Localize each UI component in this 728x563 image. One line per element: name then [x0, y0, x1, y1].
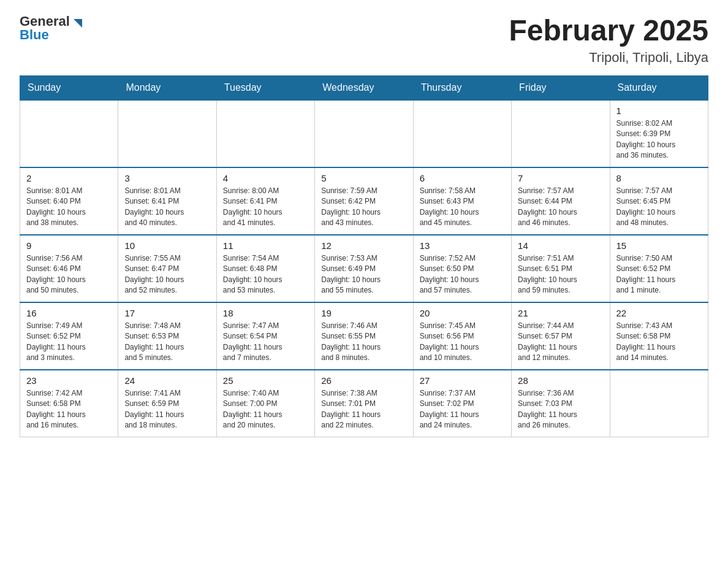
day-info: Sunrise: 7:54 AM Sunset: 6:48 PM Dayligh…: [223, 253, 308, 296]
month-title: February 2025: [509, 15, 708, 47]
day-info: Sunrise: 7:57 AM Sunset: 6:45 PM Dayligh…: [616, 186, 702, 229]
day-info: Sunrise: 8:00 AM Sunset: 6:41 PM Dayligh…: [223, 186, 308, 229]
day-number: 24: [124, 375, 210, 386]
page-header: General Blue February 2025 Tripoli, Trip…: [20, 15, 708, 66]
weekday-header-wednesday: Wednesday: [315, 75, 413, 100]
calendar-cell: 20Sunrise: 7:45 AM Sunset: 6:56 PM Dayli…: [413, 302, 511, 370]
day-info: Sunrise: 7:53 AM Sunset: 6:49 PM Dayligh…: [321, 253, 406, 296]
day-number: 25: [223, 375, 308, 386]
calendar-cell: 6Sunrise: 7:58 AM Sunset: 6:43 PM Daylig…: [413, 167, 511, 235]
day-info: Sunrise: 7:43 AM Sunset: 6:58 PM Dayligh…: [616, 321, 702, 364]
calendar-body: 1Sunrise: 8:02 AM Sunset: 6:39 PM Daylig…: [20, 100, 708, 437]
calendar-cell: 1Sunrise: 8:02 AM Sunset: 6:39 PM Daylig…: [610, 100, 708, 167]
calendar-cell: 25Sunrise: 7:40 AM Sunset: 7:00 PM Dayli…: [216, 370, 314, 437]
day-info: Sunrise: 8:01 AM Sunset: 6:41 PM Dayligh…: [124, 186, 210, 229]
calendar-week-5: 23Sunrise: 7:42 AM Sunset: 6:58 PM Dayli…: [20, 370, 708, 437]
day-info: Sunrise: 7:37 AM Sunset: 7:02 PM Dayligh…: [420, 388, 505, 431]
day-info: Sunrise: 7:49 AM Sunset: 6:52 PM Dayligh…: [26, 321, 112, 364]
calendar-cell: 9Sunrise: 7:56 AM Sunset: 6:46 PM Daylig…: [20, 235, 118, 302]
location-title: Tripoli, Tripoli, Libya: [509, 50, 708, 66]
day-info: Sunrise: 8:02 AM Sunset: 6:39 PM Dayligh…: [616, 118, 702, 161]
calendar-cell: 19Sunrise: 7:46 AM Sunset: 6:55 PM Dayli…: [315, 302, 413, 370]
day-info: Sunrise: 7:55 AM Sunset: 6:47 PM Dayligh…: [124, 253, 210, 296]
day-number: 10: [124, 240, 210, 251]
calendar-cell: [315, 100, 413, 167]
day-info: Sunrise: 7:59 AM Sunset: 6:42 PM Dayligh…: [321, 186, 406, 229]
calendar-cell: [512, 100, 610, 167]
calendar-cell: 21Sunrise: 7:44 AM Sunset: 6:57 PM Dayli…: [512, 302, 610, 370]
weekday-header-monday: Monday: [118, 75, 216, 100]
logo-blue: Blue: [20, 28, 49, 42]
day-info: Sunrise: 7:47 AM Sunset: 6:54 PM Dayligh…: [223, 321, 308, 364]
day-number: 7: [518, 173, 603, 183]
weekday-header-thursday: Thursday: [413, 75, 511, 100]
day-info: Sunrise: 7:41 AM Sunset: 6:59 PM Dayligh…: [124, 388, 210, 431]
day-number: 12: [321, 240, 406, 251]
day-info: Sunrise: 7:38 AM Sunset: 7:01 PM Dayligh…: [321, 388, 406, 431]
day-info: Sunrise: 7:50 AM Sunset: 6:52 PM Dayligh…: [616, 253, 702, 296]
day-info: Sunrise: 7:57 AM Sunset: 6:44 PM Dayligh…: [518, 186, 603, 229]
day-info: Sunrise: 7:51 AM Sunset: 6:51 PM Dayligh…: [518, 253, 603, 296]
calendar-table: SundayMondayTuesdayWednesdayThursdayFrid…: [20, 75, 708, 438]
day-number: 21: [518, 308, 603, 318]
day-number: 22: [616, 308, 702, 318]
calendar-cell: 4Sunrise: 8:00 AM Sunset: 6:41 PM Daylig…: [216, 167, 314, 235]
calendar-header-row: SundayMondayTuesdayWednesdayThursdayFrid…: [20, 75, 708, 100]
calendar-cell: 13Sunrise: 7:52 AM Sunset: 6:50 PM Dayli…: [413, 235, 511, 302]
calendar-week-1: 1Sunrise: 8:02 AM Sunset: 6:39 PM Daylig…: [20, 100, 708, 167]
day-info: Sunrise: 7:58 AM Sunset: 6:43 PM Dayligh…: [420, 186, 505, 229]
calendar-cell: 10Sunrise: 7:55 AM Sunset: 6:47 PM Dayli…: [118, 235, 216, 302]
day-number: 1: [616, 105, 702, 116]
calendar-cell: 11Sunrise: 7:54 AM Sunset: 6:48 PM Dayli…: [216, 235, 314, 302]
calendar-week-4: 16Sunrise: 7:49 AM Sunset: 6:52 PM Dayli…: [20, 302, 708, 370]
day-number: 13: [420, 240, 505, 251]
day-number: 15: [616, 240, 702, 251]
day-number: 4: [223, 173, 308, 183]
calendar-cell: [610, 370, 708, 437]
calendar-cell: 23Sunrise: 7:42 AM Sunset: 6:58 PM Dayli…: [20, 370, 118, 437]
calendar-week-2: 2Sunrise: 8:01 AM Sunset: 6:40 PM Daylig…: [20, 167, 708, 235]
day-number: 5: [321, 173, 406, 183]
day-info: Sunrise: 7:48 AM Sunset: 6:53 PM Dayligh…: [124, 321, 210, 364]
calendar-cell: 27Sunrise: 7:37 AM Sunset: 7:02 PM Dayli…: [413, 370, 511, 437]
calendar-cell: 2Sunrise: 8:01 AM Sunset: 6:40 PM Daylig…: [20, 167, 118, 235]
weekday-header-tuesday: Tuesday: [216, 75, 314, 100]
day-number: 8: [616, 173, 702, 183]
day-info: Sunrise: 7:56 AM Sunset: 6:46 PM Dayligh…: [26, 253, 112, 296]
weekday-header-saturday: Saturday: [610, 75, 708, 100]
day-number: 27: [420, 375, 505, 386]
day-number: 23: [26, 375, 112, 386]
day-number: 20: [420, 308, 505, 318]
day-number: 18: [223, 308, 308, 318]
calendar-cell: 28Sunrise: 7:36 AM Sunset: 7:03 PM Dayli…: [512, 370, 610, 437]
calendar-cell: 17Sunrise: 7:48 AM Sunset: 6:53 PM Dayli…: [118, 302, 216, 370]
calendar-week-3: 9Sunrise: 7:56 AM Sunset: 6:46 PM Daylig…: [20, 235, 708, 302]
day-number: 28: [518, 375, 603, 386]
day-number: 11: [223, 240, 308, 251]
title-area: February 2025 Tripoli, Tripoli, Libya: [509, 15, 708, 66]
svg-marker-0: [74, 19, 82, 28]
day-number: 17: [124, 308, 210, 318]
day-number: 3: [124, 173, 210, 183]
day-number: 9: [26, 240, 112, 251]
calendar-cell: 18Sunrise: 7:47 AM Sunset: 6:54 PM Dayli…: [216, 302, 314, 370]
day-number: 6: [420, 173, 505, 183]
day-info: Sunrise: 7:42 AM Sunset: 6:58 PM Dayligh…: [26, 388, 112, 431]
day-info: Sunrise: 7:45 AM Sunset: 6:56 PM Dayligh…: [420, 321, 505, 364]
calendar-cell: [20, 100, 118, 167]
calendar-cell: 7Sunrise: 7:57 AM Sunset: 6:44 PM Daylig…: [512, 167, 610, 235]
day-info: Sunrise: 7:36 AM Sunset: 7:03 PM Dayligh…: [518, 388, 603, 431]
calendar-cell: 3Sunrise: 8:01 AM Sunset: 6:41 PM Daylig…: [118, 167, 216, 235]
day-info: Sunrise: 7:52 AM Sunset: 6:50 PM Dayligh…: [420, 253, 505, 296]
calendar-cell: 8Sunrise: 7:57 AM Sunset: 6:45 PM Daylig…: [610, 167, 708, 235]
day-info: Sunrise: 7:44 AM Sunset: 6:57 PM Dayligh…: [518, 321, 603, 364]
day-info: Sunrise: 7:46 AM Sunset: 6:55 PM Dayligh…: [321, 321, 406, 364]
weekday-header-friday: Friday: [512, 75, 610, 100]
calendar-cell: [118, 100, 216, 167]
day-number: 26: [321, 375, 406, 386]
calendar-cell: 16Sunrise: 7:49 AM Sunset: 6:52 PM Dayli…: [20, 302, 118, 370]
logo: General Blue: [20, 15, 82, 42]
day-number: 2: [26, 173, 112, 183]
calendar-cell: [216, 100, 314, 167]
calendar-cell: 15Sunrise: 7:50 AM Sunset: 6:52 PM Dayli…: [610, 235, 708, 302]
